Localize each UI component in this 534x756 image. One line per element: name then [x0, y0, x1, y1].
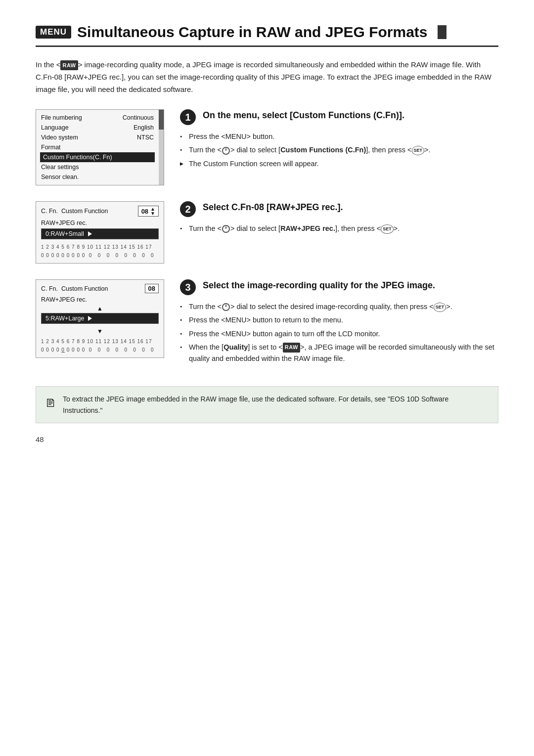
- step-1-bullet-3: The Custom Function screen will appear.: [180, 158, 498, 170]
- cf-numbers-row2-3: 0 0 0 0 0 0 0 0 0 0 0 0 0 0 0 0 0: [41, 346, 159, 354]
- cf-numbers-row1-3: 1 2 3 4 5 6 7 8 9 10 11 12 13 14 15 16 1…: [41, 338, 159, 345]
- menu-row-sensorclean: Sensor clean.: [40, 172, 155, 182]
- step-3-bullet-4: When the [Quality] is set to <RAW>, a JP…: [180, 342, 498, 364]
- triangle-icon-3: [88, 316, 92, 321]
- step-2-content: 2 Select C.Fn-08 [RAW+JPEG rec.]. Turn t…: [180, 201, 498, 236]
- cf-selected-2: 0:RAW+Small: [41, 228, 159, 239]
- step-3-screen: C. Fn. Custom Function 08 RAW+JPEG rec. …: [36, 279, 164, 358]
- step-2-row: C. Fn. Custom Function 08 ▲▼ RAW+JPEG re…: [36, 201, 498, 264]
- title-block-icon: [438, 25, 446, 39]
- step-1-title-row: 1 On the menu, select [Custom Functions …: [180, 109, 498, 125]
- dial-icon-2: [222, 225, 230, 233]
- cf-num-2: 08: [141, 208, 148, 215]
- note-text: To extract the JPEG image embedded in th…: [63, 394, 489, 416]
- step-2-title-row: 2 Select C.Fn-08 [RAW+JPEG rec.].: [180, 201, 498, 217]
- page-title-section: MENU Simultaneous Capture in RAW and JPE…: [36, 24, 498, 47]
- step-3-number: 3: [180, 279, 196, 295]
- dial-icon-3a: [222, 303, 230, 311]
- step-2-number: 2: [180, 201, 196, 217]
- set-badge-2: SET: [381, 224, 394, 233]
- step-1-screen: File numberingContinuous LanguageEnglish…: [36, 109, 164, 185]
- menu-badge: MENU: [36, 26, 71, 39]
- step-3-bullet-2: Press the <MENU> button to return to the…: [180, 314, 498, 326]
- dial-icon-1: [222, 147, 230, 155]
- set-badge-1: SET: [412, 146, 425, 155]
- step-1-number: 1: [180, 109, 196, 125]
- step-2-heading: Select C.Fn-08 [RAW+JPEG rec.].: [203, 201, 343, 213]
- step-1-bullet-1: Press the <MENU> button.: [180, 131, 498, 142]
- cf-num-box-3: 08: [145, 284, 159, 293]
- page-number: 48: [36, 435, 498, 444]
- page-title-text: Simultaneous Capture in RAW and JPEG For…: [77, 24, 427, 41]
- cf-selected-text-2: 0:RAW+Small: [45, 230, 84, 237]
- step-3-heading: Select the image-recording quality for t…: [203, 279, 435, 291]
- cf-arrows-2: ▲▼: [150, 207, 155, 216]
- step-1-heading: On the menu, select [Custom Functions (C…: [203, 109, 404, 121]
- menu-row-language: LanguageEnglish: [40, 123, 155, 133]
- cf-numbers-row1-2: 1 2 3 4 5 6 7 8 9 10 11 12 13 14 15 16 1…: [41, 243, 159, 251]
- step-2-bullets: Turn the <> dial to select [RAW+JPEG rec…: [180, 223, 498, 234]
- set-badge-3a: SET: [434, 303, 446, 311]
- triangle-icon-2: [88, 231, 92, 236]
- cf-header-label-2: C. Fn. Custom Function: [41, 208, 108, 215]
- cf-fn-label-3: RAW+JPEG rec.: [41, 296, 159, 303]
- cf-header-2: C. Fn. Custom Function 08 ▲▼: [41, 206, 159, 217]
- cf-selected-text-3: 5:RAW+Large: [45, 315, 84, 322]
- step-3-row: C. Fn. Custom Function 08 RAW+JPEG rec. …: [36, 279, 498, 366]
- scrollbar-thumb: [159, 110, 164, 130]
- step-1-row: File numberingContinuous LanguageEnglish…: [36, 109, 498, 185]
- step-2-screen: C. Fn. Custom Function 08 ▲▼ RAW+JPEG re…: [36, 201, 164, 264]
- raw-badge-step3: RAW: [283, 343, 300, 353]
- step-3-bullet-1: Turn the <> dial to select the desired i…: [180, 301, 498, 312]
- steps-container: File numberingContinuous LanguageEnglish…: [36, 109, 498, 366]
- menu-row-videosystem: Video systemNTSC: [40, 133, 155, 142]
- cf-arrow-down-3: ▼: [41, 328, 159, 335]
- menu-scrollbar: [159, 110, 164, 185]
- cf-header-label-3: C. Fn. Custom Function: [41, 285, 108, 292]
- cf-header-3: C. Fn. Custom Function 08: [41, 284, 159, 293]
- step-1-content: 1 On the menu, select [Custom Functions …: [180, 109, 498, 172]
- cf-num-3: 08: [148, 285, 155, 292]
- step-3-content: 3 Select the image-recording quality for…: [180, 279, 498, 366]
- cf-numbers-row2-2: 0 0 0 0 0 0 0 0 0 0 0 0 0 0 0 0 0: [41, 252, 159, 259]
- menu-row-customfn: Custom Functions(C. Fn): [40, 152, 155, 162]
- menu-row-clearsettings: Clear settings: [40, 162, 155, 172]
- menu-row-filenumbering: File numberingContinuous: [40, 113, 155, 123]
- note-icon: 🖹: [45, 395, 56, 412]
- step-3-title-row: 3 Select the image-recording quality for…: [180, 279, 498, 295]
- step-1-bullets: Press the <MENU> button. Turn the <> dia…: [180, 131, 498, 170]
- cf-selected-3: 5:RAW+Large: [41, 313, 159, 324]
- note-box: 🖹 To extract the JPEG image embedded in …: [36, 386, 498, 423]
- step-3-bullets: Turn the <> dial to select the desired i…: [180, 301, 498, 364]
- step-3-bullet-3: Press the <MENU> button again to turn of…: [180, 328, 498, 340]
- menu-row-format: Format: [40, 142, 155, 152]
- raw-badge-intro: RAW: [60, 60, 78, 70]
- step-1-bullet-2: Turn the <> dial to select [Custom Funct…: [180, 144, 498, 156]
- cf-num-box-2: 08 ▲▼: [138, 206, 159, 217]
- step-2-bullet-1: Turn the <> dial to select [RAW+JPEG rec…: [180, 223, 498, 234]
- cf-fn-label-2: RAW+JPEG rec.: [41, 220, 159, 226]
- intro-paragraph: In the <RAW> image-recording quality mod…: [36, 59, 498, 95]
- cf-arrow-up-3: ▲: [41, 305, 159, 312]
